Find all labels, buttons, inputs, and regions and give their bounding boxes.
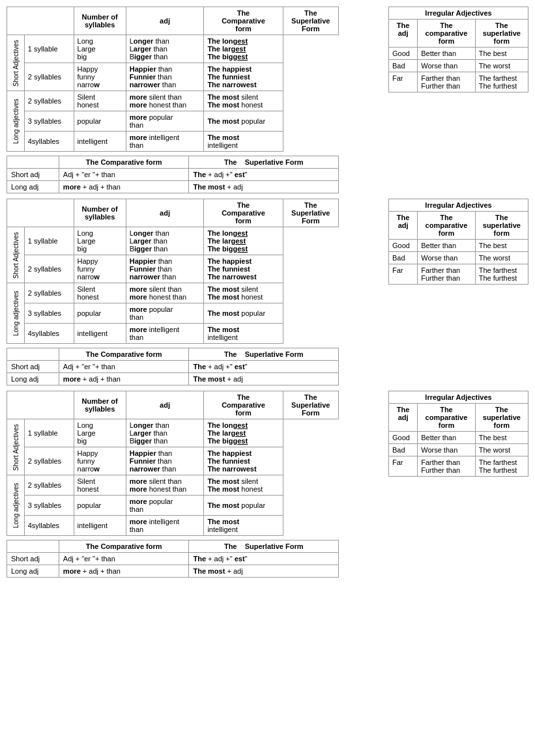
irregular-title: Irregular Adjectives [389,7,528,20]
irr-comp-good: Better than [418,240,475,252]
comp-2syl-short: Happier thanFunnier thannarrower than [126,447,204,475]
header-syllables: Number ofsyllables [74,391,126,419]
adj-3syl: popular [74,303,126,324]
adj-1syl: LongLargebig [74,419,126,447]
label-short-adj: Short Adjectives [7,35,25,91]
header-super: TheSuperlativeForm [283,391,338,419]
summary-long-label: Long adj [7,373,59,385]
header-comp: TheComparativeform [204,7,283,35]
irr-row-bad: Bad Worse than The worst [389,444,528,456]
super-1syl: The longestThe largestThe biggest [204,419,283,447]
irr-adj-far: Far [389,456,418,477]
comp-3syl: more popularthan [126,303,204,324]
comp-2syl-short: Happier thanFunnier thannarrower than [126,63,204,91]
irr-row-good: Good Better than The best [389,240,528,252]
irr-super-good: The best [475,432,528,444]
comp-1syl: Longer thanLarger thanBigger than [126,419,204,447]
row-1syl: Short Adjectives 1 syllable LongLargebig… [7,419,339,447]
adj-4syl: intelligent [74,132,126,152]
adj-2syl-short: Happyfunnynarrow [74,255,126,283]
adj-2syl-long: Silenthonest [74,475,126,496]
header-super: TheSuperlativeForm [283,199,338,227]
adj-2syl-short: Happyfunnynarrow [74,447,126,475]
comp-4syl: more intelligentthan [126,324,204,344]
irr-super-bad: The worst [475,252,528,264]
syl-4syl: 4syllables [24,516,74,536]
irr-header-comp: Thecomparativeform [418,212,475,240]
header-comp: TheComparativeform [204,391,283,419]
irr-header-comp: Thecomparativeform [418,404,475,432]
header-comp: TheComparativeform [204,199,283,227]
summary-table-2: The Comparative form The Superlative For… [7,348,339,385]
irr-row-good: Good Better than The best [389,432,528,444]
header-super: TheSuperlativeForm [283,7,338,35]
row-4syl: 4syllables intelligent more intelligentt… [7,132,339,152]
irr-row-far: Far Farther thanFurther than The farthes… [389,72,528,92]
summary-long-label: Long adj [7,181,59,193]
syl-2syl-short: 2 syllables [24,63,74,91]
irregular-title: Irregular Adjectives [389,391,528,404]
summary-table-3: The Comparative form The Superlative For… [7,540,339,578]
comp-2syl-long: more silent thanmore honest than [126,283,204,303]
comp-1syl: Longer thanLarger thanBigger than [126,35,204,63]
summary-short-comp: Adj + "er "+ than [59,553,189,565]
super-2syl-long: The most silentThe most honest [204,283,283,303]
super-3syl: The most popular [204,496,283,516]
label-long-adj: Long adjectives [7,283,25,344]
irr-comp-bad: Worse than [418,252,475,264]
irr-comp-far: Farther thanFurther than [418,456,475,477]
irr-adj-good: Good [389,432,418,444]
irr-header-super: Thesuperlativeform [475,212,528,240]
syl-1syl: 1 syllable [24,227,74,255]
summary-long-comp: more + adj + than [59,373,189,385]
header-syllables: Number ofsyllables [74,7,126,35]
adj-4syl: intelligent [74,324,126,344]
summary-short-label: Short adj [7,553,59,565]
irr-header-adj: Theadj [389,404,418,432]
summary-header-super: The Superlative Form [189,156,339,169]
summary-short-super: The + adj +" est" [189,553,339,565]
super-1syl: The longestThe largestThe biggest [204,227,283,255]
irr-super-far: The farthestThe furthest [475,456,528,477]
summary-empty [7,540,59,553]
adj-2syl-long: Silenthonest [74,283,126,303]
summary-table-1: The Comparative form The Superlative For… [7,156,339,193]
row-2syl-long: Long adjectives 2 syllables Silenthonest… [7,475,339,496]
irr-row-bad: Bad Worse than The worst [389,252,528,264]
irregular-table-1: Irregular Adjectives Theadj Thecomparati… [388,7,528,92]
row-1syl: Short Adjectives 1 syllable LongLargebig… [7,35,339,63]
main-adj-table-2: Number ofsyllables adj TheComparativefor… [7,199,339,344]
comp-2syl-long: more silent thanmore honest than [126,91,204,111]
super-2syl-short: The happiestThe funniestThe narrowest [204,255,283,283]
adj-3syl: popular [74,496,126,516]
irr-adj-good: Good [389,240,418,252]
super-3syl: The most popular [204,111,283,132]
irr-row-far: Far Farther thanFurther than The farthes… [389,264,528,285]
summary-header-comp: The Comparative form [59,540,189,553]
syl-2syl-short: 2 syllables [24,255,74,283]
adj-2syl-short: Happyfunnynarrow [74,63,126,91]
irr-comp-good: Better than [418,48,475,60]
irr-comp-good: Better than [418,432,475,444]
irr-adj-far: Far [389,72,418,92]
section-1: Irregular Adjectives Theadj Thecomparati… [7,7,528,193]
summary-short-label: Short adj [7,169,59,181]
row-4syl: 4syllables intelligent more intelligentt… [7,324,339,344]
header-adj: adj [126,7,204,35]
row-3syl: 3 syllables popular more popularthan The… [7,303,339,324]
super-1syl: The longestThe largestThe biggest [204,35,283,63]
syl-1syl: 1 syllable [24,35,74,63]
summary-long-super: The most + adj [189,373,339,385]
row-2syl-long: Long adjectives 2 syllables Silenthonest… [7,91,339,111]
summary-row-short: Short adj Adj + "er "+ than The + adj +"… [7,361,339,373]
summary-long-label: Long adj [7,565,59,578]
label-short-adj: Short Adjectives [7,419,25,475]
irr-comp-bad: Worse than [418,444,475,456]
syl-3syl: 3 syllables [24,303,74,324]
comp-3syl: more popularthan [126,111,204,132]
row-3syl: 3 syllables popular more popularthan The… [7,496,339,516]
summary-row-short: Short adj Adj + "er "+ than The + adj +"… [7,553,339,565]
summary-row-long: Long adj more + adj + than The most + ad… [7,181,339,193]
irr-adj-good: Good [389,48,418,60]
adj-1syl: LongLargebig [74,35,126,63]
